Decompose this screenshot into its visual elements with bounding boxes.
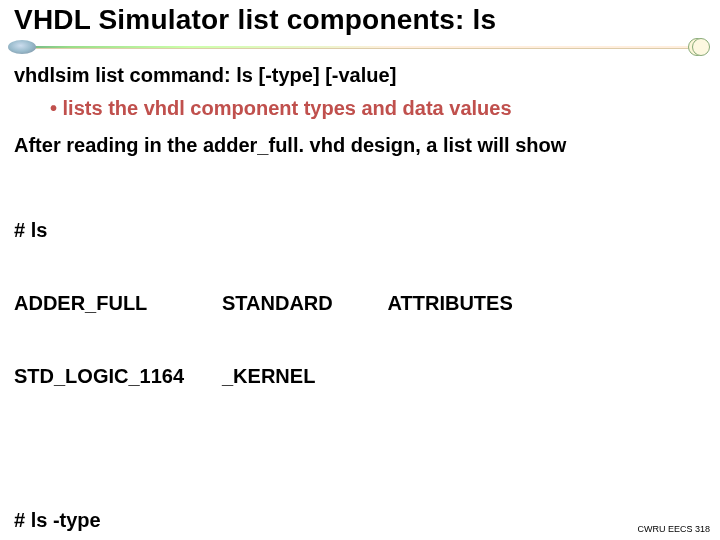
divider-blob-icon [8,40,36,54]
footer-credit: CWRU EECS 318 [637,524,710,534]
command-line: vhdlsim list command: ls [-type] [-value… [14,64,706,87]
ls-row: STD_LOGIC_1164 _KERNEL [14,364,706,388]
ls-row: ADDER_FULL STANDARD ATTRIBUTES [14,291,706,315]
divider-rule [14,38,706,56]
bullet-description: • lists the vhdl component types and dat… [50,97,706,120]
ls-type-output-block: # ls -type ADDER_FULL COMPONENT INSTANTI… [14,459,706,540]
slide: VHDL Simulator list components: ls vhdls… [0,0,720,540]
cell: ADDER_FULL [14,291,222,315]
slide-title: VHDL Simulator list components: ls [14,4,706,36]
cell: STANDARD ATTRIBUTES [222,291,706,315]
cell: STD_LOGIC_1164 [14,364,222,388]
divider-cap-icon [688,38,710,56]
divider-line [14,46,706,49]
ls-type-header: # ls -type [14,508,706,532]
intro-text: After reading in the adder_full. vhd des… [14,134,706,157]
cell: _KERNEL [222,364,706,388]
ls-header: # ls [14,218,706,242]
ls-output-block: # ls ADDER_FULL STANDARD ATTRIBUTES STD_… [14,169,706,437]
